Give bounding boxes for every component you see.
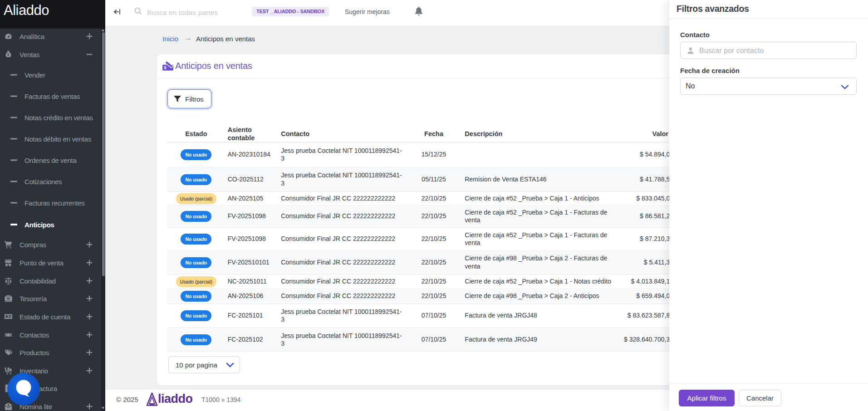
svg-text:$: $ (7, 53, 9, 57)
svg-text:$: $ (164, 65, 167, 70)
